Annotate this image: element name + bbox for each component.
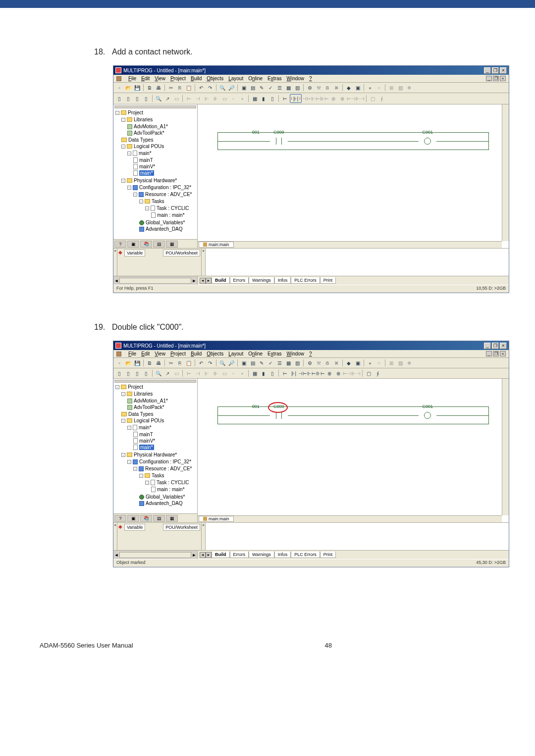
force-icon[interactable]: ⊞ [387, 84, 395, 92]
toggle-1-icon-2[interactable]: ⊢⊣ [343, 369, 351, 377]
tree-mainv-2[interactable]: mainV* [133, 438, 196, 444]
save-icon[interactable]: 💾 [133, 84, 141, 92]
worksheet-4-icon-2[interactable]: ▯ [142, 369, 150, 377]
download-icon[interactable]: ▣ [354, 84, 362, 92]
minimize-button[interactable]: _ [484, 67, 491, 74]
debug-on-icon-2[interactable]: ● [366, 359, 374, 367]
tree-logical-pous-2[interactable]: -Logical POUs [121, 417, 196, 424]
connect-4-icon-2[interactable]: ⊪ [212, 369, 219, 377]
open-icon[interactable]: 📂 [124, 84, 132, 92]
tree-globals[interactable]: Global_Variables* [139, 219, 196, 226]
connect-4-icon[interactable]: ⊪ [212, 95, 219, 102]
canvas-hscroll-2[interactable]: main:main [198, 515, 502, 522]
coil-right-icon[interactable]: ⊕ [329, 95, 337, 102]
tree-main[interactable]: -main* [127, 150, 196, 156]
menu-window-2[interactable]: Window [286, 351, 304, 356]
mdi-min-button[interactable]: _ [486, 76, 492, 81]
minimize-button-2[interactable]: _ [484, 343, 491, 349]
pointer-icon[interactable]: ↗ [163, 95, 171, 102]
xref-icon[interactable]: ✓ [267, 84, 274, 92]
connect-1-icon-2[interactable]: ⊢ [185, 369, 193, 377]
project-control-icon-2[interactable]: ◆ [345, 359, 353, 367]
project-control-icon[interactable]: ◆ [345, 84, 353, 92]
coil-c001[interactable]: C001 [419, 138, 436, 145]
mdi-close-button[interactable]: × [500, 76, 506, 81]
output-tab-plcerrors-2[interactable]: PLC Errors [291, 552, 320, 558]
mark-icon-2[interactable]: ▭ [172, 369, 180, 377]
output-tab-warnings-2[interactable]: Warnings [249, 552, 274, 558]
paste-icon-2[interactable]: 📋 [185, 359, 193, 367]
menu-help-2[interactable]: ? [309, 351, 312, 356]
var-handle-right-2[interactable]: × [202, 523, 206, 550]
overwrite-icon[interactable]: ▨ [396, 84, 404, 92]
compile-icon-2[interactable]: ⚒ [315, 359, 322, 367]
menu-objects-2[interactable]: Objects [207, 351, 223, 356]
canvas-vscroll[interactable] [502, 104, 509, 241]
tree-tab-lib[interactable]: 📚 [140, 241, 152, 248]
panel-5-icon[interactable]: ▧ [293, 84, 301, 92]
menu-extras-2[interactable]: Extras [268, 351, 281, 356]
canvas-tab-main[interactable]: main:main [199, 242, 234, 248]
output-tab-print[interactable]: Print [320, 277, 336, 284]
rail-r-icon[interactable]: ▯ [268, 95, 276, 102]
panel-3-icon[interactable]: ☰ [275, 84, 283, 92]
tree-tab-lib-2[interactable]: 📚 [140, 515, 152, 522]
undo-icon[interactable]: ↶ [197, 84, 205, 92]
tree-datatypes[interactable]: Data Types [121, 137, 196, 143]
menu-online-2[interactable]: Online [248, 351, 263, 356]
menu-build[interactable]: Build [191, 76, 202, 81]
panel-1-icon-2[interactable]: ▣ [240, 359, 248, 367]
panel-4-icon[interactable]: ▦ [284, 84, 292, 92]
tree-header-drag-2[interactable] [114, 380, 196, 383]
coil-right-icon-2[interactable]: ⊕ [325, 369, 333, 377]
var-lookup-icon[interactable]: 🔍 [155, 95, 162, 102]
output-tab-infos-2[interactable]: Infos [274, 552, 291, 558]
fb-icon[interactable]: ▢ [369, 95, 376, 102]
contact-c000[interactable]: 001 C000 [270, 138, 288, 145]
var-handle-right[interactable]: × [202, 249, 206, 276]
tree-phw-2[interactable]: -Physical Hardware* [121, 452, 196, 458]
edit-wizard-icon-2[interactable]: ✎ [258, 359, 266, 367]
tree-main-2[interactable]: -main* [127, 424, 196, 431]
output-tab-errors-2[interactable]: Errors [230, 552, 249, 558]
output-tab-prev-2[interactable]: ◄ [200, 552, 206, 558]
panel-3-icon-2[interactable]: ☰ [275, 359, 283, 367]
print-preview-icon-2[interactable]: 🗎 [146, 359, 154, 367]
tree-lib-1[interactable]: AdvMotion_A1* [127, 123, 196, 130]
menu-file-2[interactable]: File [128, 351, 136, 356]
tree-task-main[interactable]: main : main* [151, 212, 196, 218]
overwrite-icon-2[interactable]: ▨ [396, 359, 404, 367]
contact-c000-2[interactable]: 001 C000 [270, 412, 288, 419]
worksheet-1-icon[interactable]: ▯ [115, 95, 123, 102]
tree-datatypes-2[interactable]: Data Types [121, 411, 196, 417]
var-icon[interactable]: ▫ [229, 95, 237, 102]
tree-tab-help-2[interactable]: ? [114, 515, 126, 522]
xref-icon-2[interactable]: ✓ [267, 359, 274, 367]
rail-r-icon-2[interactable]: ▯ [268, 369, 276, 377]
tree-logical-pous[interactable]: -Logical POUs [121, 143, 196, 150]
tree-tasks[interactable]: -Tasks [139, 198, 196, 204]
worksheet-2-icon-2[interactable]: ▯ [124, 369, 132, 377]
jump-icon[interactable]: ▪ [238, 95, 246, 102]
debug-off-icon-2[interactable]: ○ [375, 359, 383, 367]
cold-icon-2[interactable]: ❄ [405, 359, 413, 367]
force-icon-2[interactable]: ⊞ [387, 359, 395, 367]
coil-below-icon-2[interactable]: ⊕ [334, 369, 342, 377]
pointer-icon-2[interactable]: ↗ [163, 369, 171, 377]
tree-mains-2[interactable]: main* [133, 444, 196, 451]
open-icon-2[interactable]: 📂 [124, 359, 132, 367]
maximize-button-2[interactable]: ❐ [492, 343, 499, 349]
tree-lib-2[interactable]: AdvToolPack* [127, 130, 196, 136]
panel-1-icon[interactable]: ▣ [240, 84, 248, 92]
coil-c001-2[interactable]: C001 [419, 412, 436, 419]
tree-tab-hw-2[interactable]: ▤ [153, 515, 165, 522]
grid-icon[interactable]: ▦ [251, 95, 259, 102]
tree-globals-2[interactable]: Global_Variables* [139, 494, 196, 500]
var-header-pou-2[interactable]: POU/Worksheet [163, 524, 200, 531]
copy-icon[interactable]: ⎘ [176, 84, 184, 92]
menu-build-2[interactable]: Build [191, 351, 202, 356]
contact-network-icon-2[interactable]: |⊦| [290, 369, 298, 377]
zoom-out-icon-2[interactable]: 🔎 [227, 359, 235, 367]
tree-adv[interactable]: Advantech_DAQ [139, 226, 196, 232]
var-handle-left-2[interactable]: × [113, 523, 117, 550]
